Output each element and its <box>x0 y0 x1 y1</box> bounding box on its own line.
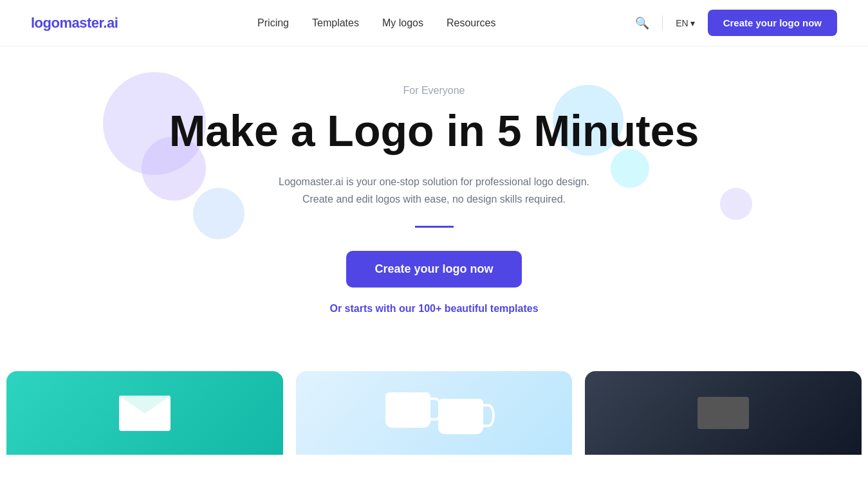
preview-cards-row <box>0 371 868 455</box>
navbar: logomaster.ai Pricing Templates My logos… <box>0 0 868 46</box>
dark-card-bg <box>585 371 862 455</box>
preview-card-teal <box>0 371 290 455</box>
search-icon[interactable]: 🔍 <box>635 16 649 30</box>
nav-item-pricing[interactable]: Pricing <box>257 17 289 29</box>
nav-item-resources[interactable]: Resources <box>447 17 495 29</box>
envelope-shape <box>119 396 171 431</box>
mug-shape-2 <box>438 399 483 434</box>
nav-item-mylogos[interactable]: My logos <box>382 17 423 29</box>
nav-links: Pricing Templates My logos Resources <box>257 17 495 29</box>
nav-cta-button[interactable]: Create your logo now <box>708 10 837 36</box>
mug-shape-1 <box>385 392 430 428</box>
teal-card-bg <box>6 371 283 455</box>
hero-cta-button[interactable]: Create your logo now <box>346 251 521 288</box>
nav-divider <box>662 15 663 31</box>
hero-divider <box>415 226 454 228</box>
hero-eyebrow: For Everyone <box>13 85 855 96</box>
brand-name-accent: ai <box>107 15 118 31</box>
preview-card-blue <box>290 371 579 455</box>
blue-card-bg <box>296 371 573 455</box>
hero-title: Make a Logo in 5 Minutes <box>13 107 855 155</box>
language-selector[interactable]: EN ▾ <box>676 18 694 28</box>
brand-logo[interactable]: logomaster.ai <box>31 15 118 32</box>
templates-link[interactable]: Or starts with our 100+ beautiful templa… <box>13 303 855 315</box>
brand-name-black: logomaster. <box>31 15 107 31</box>
nav-item-templates[interactable]: Templates <box>312 17 359 29</box>
dark-card-shape <box>697 397 749 429</box>
hero-subtitle: Logomaster.ai is your one-stop solution … <box>13 173 855 208</box>
hero-section: For Everyone Make a Logo in 5 Minutes Lo… <box>0 46 868 371</box>
chevron-down-icon: ▾ <box>690 18 695 28</box>
nav-right: 🔍 EN ▾ Create your logo now <box>635 10 837 36</box>
preview-card-dark <box>578 371 868 455</box>
